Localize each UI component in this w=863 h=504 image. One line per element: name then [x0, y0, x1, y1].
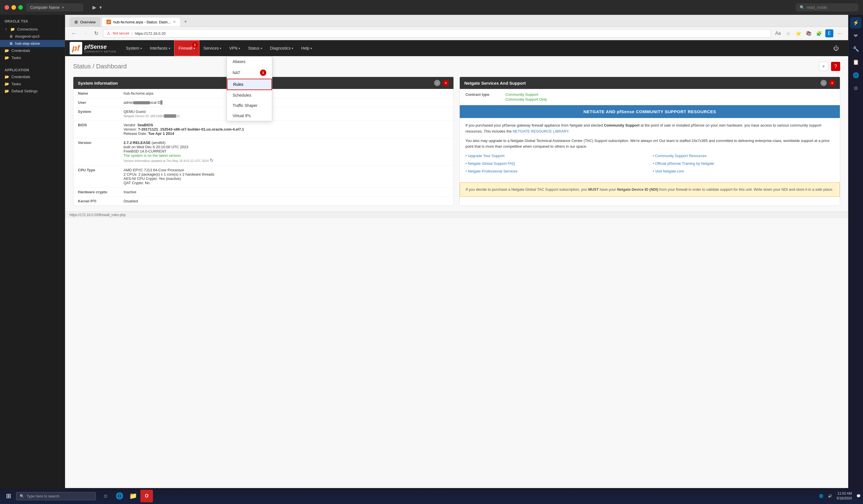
play-icon[interactable]: ▶ [92, 4, 97, 11]
nav-interfaces[interactable]: Interfaces ▾ [146, 40, 174, 56]
read-mode-icon[interactable]: Aa [774, 29, 782, 37]
edge-sidebar-btn-1[interactable]: ⚡ [850, 17, 862, 28]
forward-button[interactable]: → [81, 29, 90, 38]
dropdown-item-aliases[interactable]: Aliases [227, 56, 272, 67]
url-display: https://172.16.0.20 [135, 31, 165, 36]
pfsense-logo-box: pf [70, 42, 82, 54]
dropdown-item-traffic-shaper[interactable]: Traffic Shaper [227, 100, 272, 111]
sidebar: Oracle TSX ▼ 📁 Connections 🖥 ihoogend-vp… [0, 15, 65, 504]
mac-close-button[interactable] [4, 5, 9, 10]
nav-vpn[interactable]: VPN ▾ [225, 40, 244, 56]
upgrade-support-link[interactable]: • Upgrade Your Support [465, 153, 647, 159]
tab-close-icon[interactable]: ✕ [173, 20, 176, 24]
tab-pfsense[interactable]: pf hub-fw.home.arpa - Status: Dash... ✕ [102, 17, 181, 26]
taskbar-explorer-icon[interactable]: 📁 [127, 490, 139, 502]
tab-pfsense-label: hub-fw.home.arpa - Status: Dash... [113, 20, 171, 24]
nav-status[interactable]: Status ▾ [244, 40, 266, 56]
dropdown-icon[interactable]: ▾ [99, 4, 102, 11]
nav-diagnostics-arrow: ▾ [292, 47, 293, 50]
taskbar-volume-icon[interactable]: 🔊 [828, 494, 832, 498]
app-credentials-label: Credentials [11, 75, 30, 79]
dropdown-item-schedules[interactable]: Schedules [227, 90, 272, 100]
mac-search[interactable]: 🔍 read_mode [796, 3, 859, 11]
bookmark-icon[interactable]: ☆ [784, 29, 792, 37]
sidebar-item-default-settings[interactable]: 📂 Default Settings [0, 88, 65, 95]
pfsense-training-link[interactable]: • Official pfSense Training by Netgate [653, 161, 834, 167]
pfsense-frame: pf pfSense COMMUNITY EDITION System ▾ In… [65, 40, 848, 504]
close-support[interactable]: × [829, 80, 835, 86]
sidebar-item-credentials[interactable]: 📂 Credentials [0, 47, 65, 54]
table-row: BIOS Vendor: SeaBIOS Version: ?-20171121… [73, 120, 453, 138]
tab-overview[interactable]: ⊞ Overview [70, 17, 100, 26]
browser-extensions-icon[interactable]: 🧩 [815, 29, 823, 37]
edge-sidebar-btn-3[interactable]: 🔧 [850, 43, 862, 55]
dropdown-item-nat[interactable]: NAT 2 [227, 67, 272, 79]
taskbar-search[interactable]: 🔍 Type here to search [16, 492, 96, 500]
sidebar-item-connections[interactable]: ▼ 📁 Connections [0, 26, 65, 33]
sidebar-item-vps3[interactable]: 🖥 ihoogend-vps3 [0, 33, 65, 40]
dropdown-item-virtual-ips[interactable]: Virtual IPs [227, 111, 272, 121]
help-button[interactable]: ? [831, 62, 840, 71]
dropdown-item-rules[interactable]: Rules [227, 79, 272, 90]
sidebar-item-app-tasks[interactable]: 📂 Tasks [0, 80, 65, 88]
user-profile-icon[interactable]: E [825, 29, 833, 37]
logout-icon[interactable]: ⏻ [833, 45, 839, 52]
nav-services-arrow: ▾ [220, 47, 221, 50]
not-secure-icon: ⚠ [107, 31, 110, 36]
collections-icon[interactable]: 📚 [805, 29, 813, 37]
breadcrumb-link[interactable]: Dashboard [96, 63, 127, 70]
taskbar-network-icon[interactable]: 🌐 [819, 494, 823, 498]
server-active-icon: 🖥 [9, 41, 13, 46]
refresh-button[interactable]: ↻ [92, 29, 100, 38]
sidebar-item-app-credentials[interactable]: 📂 Credentials [0, 73, 65, 80]
system-label: System [73, 107, 119, 120]
back-button[interactable]: ← [70, 29, 78, 38]
community-support-resources-link[interactable]: • Community Support Resources [653, 153, 834, 159]
taskbar-task-view[interactable]: ⊡ [99, 490, 112, 502]
minimize-support[interactable]: − [821, 80, 827, 86]
edge-sidebar-btn-5[interactable]: 🌐 [850, 69, 862, 81]
resource-library-link[interactable]: NETGATE RESOURCE LIBRARY [513, 129, 568, 133]
professional-services-link[interactable]: • Netgate Professional Services [465, 168, 647, 175]
taskbar-notification-icon[interactable]: 💬 [856, 494, 861, 498]
support-header: Netgate Services And Support − × [460, 77, 840, 89]
mac-maximize-button[interactable] [18, 5, 23, 10]
mac-topbar: Computer Name ▾ ▶ ▾ 🔍 read_mode [0, 0, 863, 15]
visit-netgate-link[interactable]: • Visit Netgate.com [653, 168, 834, 175]
more-options-icon[interactable]: ⋯ [836, 29, 843, 37]
nav-services[interactable]: Services ▾ [199, 40, 225, 56]
minimize-system-info[interactable]: − [434, 80, 440, 86]
nav-diagnostics[interactable]: Diagnostics ▾ [266, 40, 297, 56]
nav-help[interactable]: Help ▾ [297, 40, 316, 56]
windows-start-button[interactable]: ⊞ [2, 490, 15, 502]
browser-toolbar: ← → ↻ ⚠ Not secure | https://172.16.0.20… [65, 27, 848, 40]
sidebar-item-hub-step-stone[interactable]: 🖥 hub-step-stone [0, 40, 65, 47]
support-para-1: If you purchased your pfSense gateway fi… [465, 122, 834, 134]
taskbar-edge-icon[interactable]: 🌐 [113, 490, 126, 502]
nav-firewall[interactable]: Firewall ▾ 1 [174, 40, 199, 56]
tasks-label: Tasks [11, 55, 21, 60]
favorites-icon[interactable]: ⭐ [795, 29, 802, 37]
new-tab-button[interactable]: + [182, 19, 189, 25]
default-settings-label: Default Settings [11, 89, 38, 93]
netgate-support-faq-link[interactable]: • Netgate Global Support FAQ [465, 161, 647, 167]
support-contract-row: Contract type Community Support Communit… [460, 89, 840, 105]
table-row: Hardware crypto Inactive [73, 188, 453, 197]
address-bar[interactable]: ⚠ Not secure | https://172.16.0.20 [103, 29, 771, 38]
edge-sidebar-btn-4[interactable]: 📋 [850, 56, 862, 68]
oracle-tsx-icon[interactable]: O [140, 490, 153, 502]
contract-value-2: Community Support Only [505, 97, 547, 102]
sidebar-item-tasks[interactable]: 📂 Tasks [0, 54, 65, 61]
refresh-version-icon[interactable]: ↻ [210, 158, 213, 163]
support-warning: If you decide to purchase a Netgate Glob… [460, 182, 840, 197]
nav-system[interactable]: System ▾ [122, 40, 146, 56]
edge-sidebar-btn-6[interactable]: ⚙ [850, 83, 862, 94]
not-secure-label: Not secure [113, 31, 129, 35]
mac-minimize-button[interactable] [11, 5, 16, 10]
edge-sidebar-btn-2[interactable]: ❤ [850, 30, 862, 42]
close-system-info[interactable]: × [442, 80, 449, 86]
schedules-label: Schedules [233, 93, 251, 98]
content-grid: System Information − × Name [73, 77, 840, 206]
add-widget-button[interactable]: + [819, 62, 828, 71]
pfsense-brand-text: pfSense COMMUNITY EDITION [85, 43, 116, 53]
